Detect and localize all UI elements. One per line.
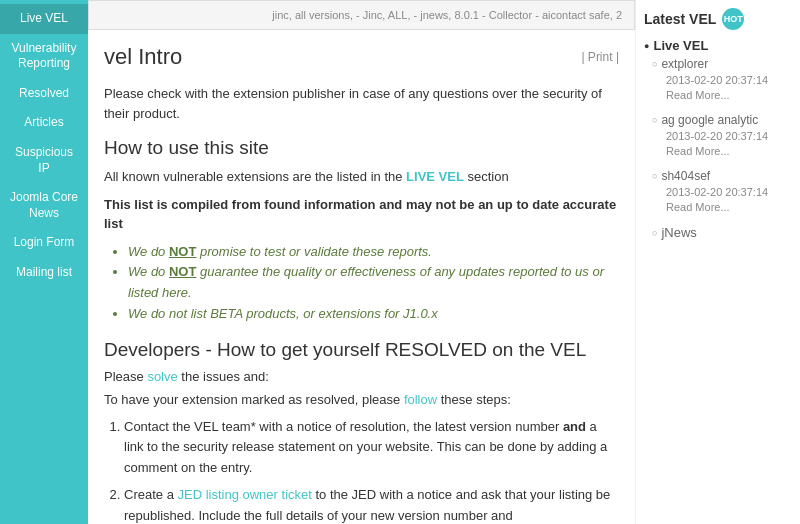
vel-item-name-ag-google: ag google analytic xyxy=(652,113,792,127)
solve-link[interactable]: solve xyxy=(147,369,177,384)
vel-read-more-link-sh404sef[interactable]: Read More... xyxy=(666,201,730,213)
vel-item-name-extplorer: extplorer xyxy=(652,57,792,71)
content-area: vel Intro | Print | Please check with th… xyxy=(88,40,635,524)
latest-vel-label: Latest VEL xyxy=(644,11,716,27)
vel-item-link-ag-google[interactable]: ag google analytic xyxy=(661,113,758,127)
follow-link[interactable]: follow xyxy=(404,392,437,407)
vel-item-link-sh404sef[interactable]: sh404sef xyxy=(661,169,710,183)
right-panel: Latest VEL HOT Live VEL extplorer 2013-0… xyxy=(635,0,800,524)
vel-item-date-ag-google: 2013-02-20 20:37:14 xyxy=(652,130,792,142)
sidebar-item-live-vel[interactable]: Live VEL xyxy=(0,4,88,34)
live-vel-section-header: Live VEL xyxy=(644,38,792,53)
vel-read-more-link-ag-google[interactable]: Read More... xyxy=(666,145,730,157)
bullet-item-2: We do NOT guarantee the quality or effec… xyxy=(128,262,619,304)
vel-item-sh404sef: sh404sef 2013-02-20 20:37:14 Read More..… xyxy=(644,169,792,213)
step-1: Contact the VEL team* with a notice of r… xyxy=(124,417,619,479)
intro-text: Please check with the extension publishe… xyxy=(104,84,619,123)
jed-ticket-link[interactable]: JED listing owner ticket xyxy=(177,487,311,502)
please-solve: Please solve the issues and: xyxy=(104,369,619,384)
sidebar-item-resolved[interactable]: Resolved xyxy=(0,79,88,109)
hot-badge: HOT xyxy=(722,8,744,30)
vel-item-ag-google: ag google analytic 2013-02-20 20:37:14 R… xyxy=(644,113,792,157)
notice-bar: jinc, all versions, - Jinc, ALL, - jnews… xyxy=(88,0,635,30)
body-text-1: All known vulnerable extensions are the … xyxy=(104,167,619,187)
have-marked: To have your extension marked as resolve… xyxy=(104,392,619,407)
sidebar-item-suspicious-ip[interactable]: Suspicious IP xyxy=(0,138,88,183)
print-link[interactable]: | Print | xyxy=(581,50,619,64)
step-2: Create a JED listing owner ticket to the… xyxy=(124,485,619,524)
sidebar-item-login-form[interactable]: Login Form xyxy=(0,228,88,258)
vel-read-more-sh404sef: Read More... xyxy=(652,201,792,213)
vel-read-more-ag-google: Read More... xyxy=(652,145,792,157)
live-vel-link[interactable]: LIVE VEL xyxy=(406,169,464,184)
sidebar-item-articles[interactable]: Articles xyxy=(0,108,88,138)
bullet-item-3: We do not list BETA products, or extensi… xyxy=(128,304,619,325)
vel-read-more-link-extplorer[interactable]: Read More... xyxy=(666,89,730,101)
jnews-section: jNews xyxy=(644,225,792,240)
vel-item-name-sh404sef: sh404sef xyxy=(652,169,792,183)
sidebar-item-joomla-core-news[interactable]: Joomla Core News xyxy=(0,183,88,228)
vel-item-date-sh404sef: 2013-02-20 20:37:14 xyxy=(652,186,792,198)
notice-tags: jinc, all versions, - Jinc, ALL, - jnews… xyxy=(272,9,622,21)
page-title: vel Intro xyxy=(104,44,182,70)
vel-item-date-extplorer: 2013-02-20 20:37:14 xyxy=(652,74,792,86)
sidebar-item-vulnerability-reporting[interactable]: Vulnerability Reporting xyxy=(0,34,88,79)
vel-read-more-extplorer: Read More... xyxy=(652,89,792,101)
compiled-note: This list is compiled from found informa… xyxy=(104,195,619,234)
bullet-list: We do NOT promise to test or validate th… xyxy=(128,242,619,325)
developers-title: Developers - How to get yourself RESOLVE… xyxy=(104,339,619,361)
sidebar-item-mailing-list[interactable]: Mailing list xyxy=(0,258,88,288)
main-content: jinc, all versions, - Jinc, ALL, - jnews… xyxy=(88,0,635,524)
numbered-list: Contact the VEL team* with a notice of r… xyxy=(124,417,619,524)
sidebar: Live VEL Vulnerability Reporting Resolve… xyxy=(0,0,88,524)
vel-item-link-extplorer[interactable]: extplorer xyxy=(661,57,708,71)
jnews-link[interactable]: jNews xyxy=(661,225,696,240)
latest-vel-header: Latest VEL HOT xyxy=(644,8,792,30)
live-vel-section-label: Live VEL xyxy=(653,38,708,53)
bullet-item-1: We do NOT promise to test or validate th… xyxy=(128,242,619,263)
vel-item-extplorer: extplorer 2013-02-20 20:37:14 Read More.… xyxy=(644,57,792,101)
how-to-title: How to use this site xyxy=(104,137,619,159)
